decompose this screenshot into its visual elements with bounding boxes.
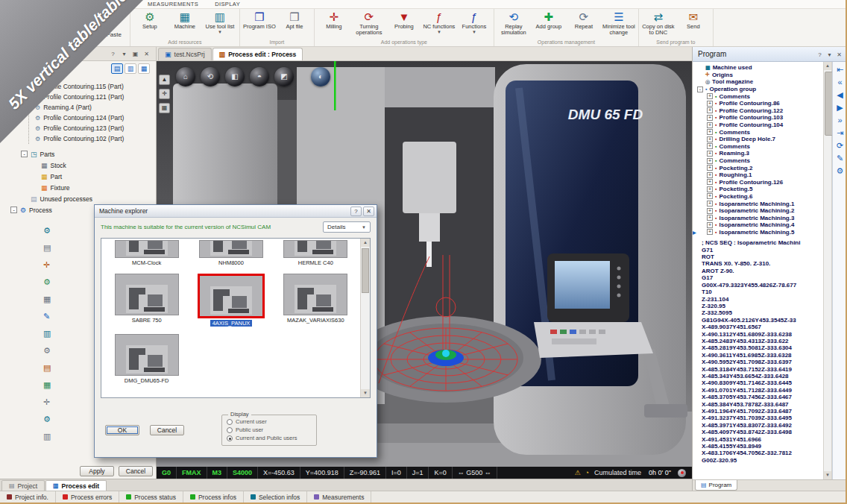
machine-item[interactable]: NHM8000 [189, 240, 273, 266]
program-tree-item[interactable]: + ▪ Isoparametric Machining.5 [693, 229, 823, 236]
gcode-line[interactable]: X-491.0701Y451.7128Z-333.6449 [702, 387, 823, 394]
gcode-line[interactable]: X-485.384Y453.7878Z-333.6487 [702, 401, 823, 408]
ribbon-button[interactable]: ☰ Minimize tool change ▼ [602, 10, 636, 37]
cancel-button[interactable]: Cancel [150, 425, 184, 435]
help-icon[interactable]: ? [350, 207, 362, 216]
tree-node-icon[interactable]: ▥ [43, 330, 51, 338]
machine-item[interactable]: MCM-Clock [104, 240, 189, 266]
view-globe-icon[interactable]: ◐ [311, 67, 330, 86]
expander-icon[interactable]: + [707, 93, 713, 99]
expander-icon[interactable]: + [707, 201, 713, 207]
scroll-down-icon[interactable]: ▼ [361, 389, 370, 397]
program-tree-item[interactable]: + ▪ Isoparametric Machining.2 [693, 207, 823, 215]
document-tab[interactable]: ▣ test.NcsPrj [158, 48, 212, 60]
machine-thumbnail[interactable] [283, 240, 347, 258]
gcode-line[interactable]: X-489.9037Y451.6567 [702, 324, 823, 330]
ribbon-button[interactable]: ▼ Probing ▼ [387, 10, 421, 31]
gcode-line[interactable]: TRANS X0. Y-850. Z-310. [702, 260, 823, 267]
ribbon-button[interactable]: ▦ Machine ▼ [168, 10, 202, 31]
gcode-line[interactable]: Z-320.95 [702, 303, 823, 309]
pin-icon[interactable]: ▾ [119, 49, 129, 58]
gcode-line[interactable]: X-485.343Y453.6654Z-333.6428 [702, 373, 823, 379]
expander-icon[interactable]: + [707, 208, 713, 214]
tree-node-icon[interactable]: ▦ [43, 381, 51, 389]
program-tree-item[interactable]: ▦ Machine used [693, 64, 823, 72]
program-tree-item[interactable]: + ▪ Profile Contouring.86 [693, 100, 823, 107]
tree-node-icon[interactable]: ⚙ [43, 227, 51, 235]
program-tree-item[interactable]: + ▪ Comments [693, 157, 823, 165]
expander-icon[interactable]: + [707, 122, 713, 128]
help-icon[interactable]: ? [108, 49, 118, 58]
ok-button[interactable]: OK [105, 425, 139, 435]
tree-item[interactable]: ▦ Part [0, 171, 156, 182]
machine-item[interactable]: HERMLE C40 [274, 240, 358, 266]
status-toggle[interactable]: Selection infos [244, 491, 307, 503]
status-toggle[interactable]: Process errors [56, 491, 119, 503]
ribbon-button[interactable]: ⟲ Replay simulation ▼ [497, 10, 531, 37]
gcode-line[interactable]: G81G94X-405.2126Y453.3545Z-33 [702, 317, 823, 324]
gcode-line[interactable]: G71 [702, 247, 823, 253]
ribbon-button[interactable]: ❒ Program ISO ▼ [242, 10, 277, 31]
axes-icon[interactable]: ✛ [159, 89, 170, 99]
ribbon-button[interactable]: ⟳ Turning operations ▼ [352, 10, 386, 37]
status-toggle[interactable]: Process status [119, 491, 183, 503]
expander-icon[interactable]: + [707, 222, 713, 228]
operation-item[interactable]: ⚙ Profile Contouring.124 (Part) [29, 113, 156, 123]
gcode-line[interactable]: Z-231.104 [702, 296, 823, 303]
expander-icon[interactable]: + [707, 151, 713, 157]
machine-item[interactable]: SABRE 750 [104, 274, 189, 327]
ribbon-button[interactable]: ✛ Milling ▼ [317, 10, 351, 31]
go-to-start-icon[interactable]: ⇤ [837, 66, 843, 74]
gcode-line[interactable]: X-490.8309Y451.7146Z-333.6445 [702, 379, 823, 386]
tree-node-icon[interactable]: ✎ [43, 312, 51, 321]
gcode-line[interactable]: Z-332.5095 [702, 309, 823, 316]
gcode-line[interactable]: G17 [702, 274, 823, 281]
expander-icon[interactable]: + [707, 107, 713, 113]
scroll-up-icon[interactable]: ▲ [361, 239, 370, 247]
operation-item[interactable]: ⚙ Profile Contouring.102 (Part) [29, 133, 156, 144]
details-dropdown[interactable]: Details ▼ [323, 221, 371, 233]
view-home-icon[interactable]: ⌂ [176, 67, 195, 86]
scroll-up-icon[interactable]: ▲ [824, 62, 831, 70]
expander-icon[interactable]: + [707, 186, 713, 192]
go-to-end-icon[interactable]: ⇥ [837, 129, 843, 137]
scroll-down-icon[interactable]: ▼ [824, 471, 831, 479]
tree-item[interactable]: ▤ Unused processes [0, 193, 156, 204]
fast-rewind-icon[interactable]: « [837, 78, 842, 86]
program-tree-item[interactable]: + ▪ Pocketing.2 [693, 164, 823, 171]
workspace-tab[interactable]: ▤ Project [1, 480, 45, 491]
expander-icon[interactable]: - [21, 151, 28, 157]
tree-item[interactable]: ▦ Fixture [0, 182, 156, 193]
ribbon-button[interactable]: ⇄ Copy on disk to DNC ▼ [641, 10, 676, 37]
program-tree-item[interactable]: ◎ Tool magazine [693, 78, 823, 86]
ribbon-tab[interactable]: MEASUREMENTS [146, 1, 200, 8]
expander-icon[interactable]: - [10, 207, 17, 213]
gcode-line[interactable]: X-485.4097Y453.8742Z-333.6498 [702, 429, 823, 435]
expander-icon[interactable]: + [707, 165, 713, 171]
gcode-line[interactable]: X-490.3611Y451.6985Z-333.6328 [702, 352, 823, 359]
gcode-line[interactable]: X-485.3184Y453.7152Z-333.6419 [702, 366, 823, 373]
gcode-listing[interactable]: ; NCS SEQ : Isoparametric MachiniG71ROTT… [693, 239, 823, 464]
document-tab[interactable]: ▥ Process edit : Process [212, 48, 303, 60]
dialog-title-bar[interactable]: Machine explorer ?✕ [95, 205, 377, 218]
expand-icon[interactable]: ▲ [159, 75, 170, 85]
program-tree-item[interactable]: + ▪ Comments [693, 143, 823, 151]
operation-item[interactable]: ⚙ Reaming.4 (Part) [29, 102, 156, 113]
view-iso-icon[interactable]: ◩ [274, 67, 294, 86]
gcode-line[interactable]: X-485.2483Y453.4313Z-333.622 [702, 338, 823, 344]
expander-icon[interactable]: + [707, 193, 713, 199]
program-tree-item[interactable]: + ▪ Isoparametric Machining.4 [693, 221, 823, 229]
ribbon-button[interactable]: ⟳ Repeat ▼ [567, 10, 601, 31]
gcode-line[interactable]: X-485.2819Y453.5081Z-333.6304 [702, 344, 823, 351]
ribbon-button[interactable]: ⚙ Setup ▼ [133, 10, 167, 31]
ribbon-button[interactable]: ƒ NC functions ▼ [422, 10, 456, 37]
view-front-icon[interactable]: ◧ [225, 67, 245, 86]
tree-node-icon[interactable]: ⚙ [43, 415, 51, 423]
tree-node-icon[interactable]: ⚙ [43, 347, 51, 355]
program-tree-item[interactable]: + ▪ Profile Contouring.126 [693, 179, 823, 186]
expander-icon[interactable]: + [707, 229, 713, 235]
status-toggle[interactable]: Process infos [183, 491, 244, 503]
program-tree-item[interactable]: + ▪ Profile Contouring.104 [693, 122, 823, 129]
gcode-line[interactable]: X-491.4531Y451.6966 [702, 436, 823, 443]
machine-thumbnail[interactable] [115, 334, 179, 376]
